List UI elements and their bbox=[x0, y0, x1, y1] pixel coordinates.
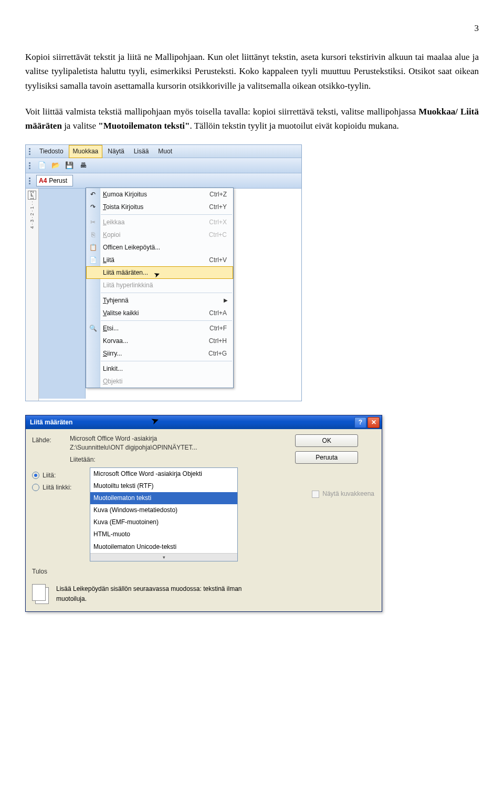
menu-item-shortcut: Ctrl+X bbox=[209, 217, 227, 227]
radio-paste-link-label: Liitä linkki: bbox=[43, 483, 71, 493]
cancel-button[interactable]: Peruuta bbox=[295, 451, 358, 464]
word-toolbar-2: A4 Perust bbox=[26, 173, 301, 189]
ok-button[interactable]: OK bbox=[295, 434, 358, 447]
format-option[interactable]: Kuva (Windows-metatiedosto) bbox=[90, 504, 237, 516]
toolbar-grip-icon bbox=[29, 162, 33, 169]
menu-item-icon: ✂ bbox=[88, 217, 98, 227]
menu-item-shortcut: Ctrl+V bbox=[209, 255, 227, 265]
save-icon[interactable]: 💾 bbox=[64, 160, 75, 171]
menu-muotoile[interactable]: Muot bbox=[154, 145, 176, 158]
menu-item-icon: ↷ bbox=[88, 202, 98, 212]
menu-item-label: Kumoa Kirjoitus bbox=[103, 190, 147, 200]
result-label: Tulos bbox=[32, 566, 70, 577]
radio-paste-label: Liitä: bbox=[43, 471, 56, 481]
menu-item-icon: 📋 bbox=[88, 243, 98, 253]
liitetaan-label: Liitetään: bbox=[70, 455, 197, 464]
dialog-title: Liitä määräten bbox=[30, 418, 72, 428]
menu-separator bbox=[101, 320, 232, 321]
paste-special-dialog: Liitä määräten ➤ ? ✕ OK Peruuta Näytä ku… bbox=[25, 415, 382, 612]
format-option[interactable]: Kuva (EMF-muotoinen) bbox=[90, 516, 237, 528]
radio-paste[interactable]: Liitä: bbox=[32, 471, 90, 481]
menu-item-shortcut: Ctrl+H bbox=[209, 336, 227, 346]
menu-item[interactable]: ↷Toista KirjoitusCtrl+Y bbox=[86, 201, 233, 213]
word-toolbar-1: 📄 📂 💾 🖶 bbox=[26, 158, 301, 173]
menu-item[interactable]: 📋Officen Leikepöytä... bbox=[86, 241, 233, 254]
menu-item-label: Kopioi bbox=[103, 230, 120, 240]
close-button[interactable]: ✕ bbox=[368, 417, 380, 428]
menu-item[interactable]: Korvaa...Ctrl+H bbox=[86, 335, 233, 347]
menu-item-icon: ⎘ bbox=[88, 230, 98, 240]
print-icon[interactable]: 🖶 bbox=[77, 160, 89, 171]
open-icon[interactable]: 📂 bbox=[50, 160, 61, 171]
menu-item: Objekti bbox=[86, 375, 233, 388]
format-option[interactable]: Muotoilematon Unicode-teksti bbox=[90, 541, 237, 553]
result-clipboard-icon bbox=[32, 584, 50, 605]
menu-nayta[interactable]: Näytä bbox=[103, 145, 128, 158]
menu-item-icon: 📄 bbox=[88, 255, 98, 265]
menu-item: ⎘KopioiCtrl+C bbox=[86, 228, 233, 241]
menu-item[interactable]: Linkit... bbox=[86, 362, 233, 375]
menu-item[interactable]: 🔍Etsi...Ctrl+F bbox=[86, 322, 233, 335]
source-info: Microsoft Office Word -asiakirja Z:\Suun… bbox=[70, 434, 197, 464]
word-window: Tiedosto Muokkaa Näytä Lisää Muot 📄 📂 💾 … bbox=[25, 144, 302, 401]
menu-item[interactable]: ↶Kumoa KirjoitusCtrl+Z bbox=[86, 188, 233, 201]
show-as-icon-checkbox: Näytä kuvakkeena bbox=[312, 489, 374, 499]
format-option[interactable]: Muotoiltu teksti (RTF) bbox=[90, 480, 237, 492]
format-option[interactable]: Microsoft Office Word -asiakirja Objekti bbox=[90, 468, 237, 480]
dialog-button-column: OK Peruuta Näytä kuvakkeena bbox=[295, 434, 374, 499]
new-doc-icon[interactable]: 📄 bbox=[36, 160, 48, 171]
menu-item-shortcut: Ctrl+F bbox=[209, 324, 227, 334]
menu-item[interactable]: Liitä määräten...➤ bbox=[86, 266, 233, 279]
paste-special-dialog-wrap: Liitä määräten ➤ ? ✕ OK Peruuta Näytä ku… bbox=[25, 415, 382, 612]
menu-item-shortcut: Ctrl+C bbox=[209, 230, 227, 240]
dialog-body: OK Peruuta Näytä kuvakkeena Lähde: Micro… bbox=[26, 429, 382, 611]
menu-separator bbox=[101, 361, 232, 361]
document-margin bbox=[39, 189, 86, 399]
p2-part-a: Voit liittää valmista tekstiä mallipohja… bbox=[25, 107, 418, 117]
menu-item[interactable]: 📄LiitäCtrl+V bbox=[86, 254, 233, 266]
menu-item-label: Objekti bbox=[103, 377, 122, 387]
menu-item[interactable]: Valitse kaikkiCtrl+A bbox=[86, 307, 233, 319]
menu-item-label: Liitä määräten... bbox=[103, 268, 148, 278]
menu-item-shortcut: Ctrl+A bbox=[209, 308, 227, 318]
menu-item-label: Toista Kirjoitus bbox=[103, 202, 143, 212]
menu-item[interactable]: Siirry...Ctrl+G bbox=[86, 347, 233, 360]
menu-item-label: Etsi... bbox=[103, 324, 119, 334]
menu-item-shortcut: Ctrl+Y bbox=[209, 202, 227, 212]
word-menubar: Tiedosto Muokkaa Näytä Lisää Muot bbox=[26, 145, 301, 158]
menu-item-label: Liitä bbox=[103, 255, 114, 265]
submenu-arrow-icon: ▶ bbox=[224, 296, 228, 305]
toolbar-grip-icon bbox=[29, 148, 33, 155]
menu-item[interactable]: Tyhjennä▶ bbox=[86, 294, 233, 307]
menu-item-label: Officen Leikepöytä... bbox=[103, 243, 160, 253]
toolbar-grip-icon bbox=[29, 178, 33, 184]
format-option[interactable]: Muotoilematon teksti bbox=[90, 492, 237, 504]
menu-muokkaa[interactable]: Muokkaa bbox=[69, 145, 103, 158]
radio-paste-link[interactable]: Liitä linkki: bbox=[32, 483, 90, 493]
style-prefix-icon: A4 bbox=[39, 176, 47, 186]
word-subrow: L 4 · 3 · 2 · 1 · · 1 · 2 ↶Kumoa Kirjoit… bbox=[26, 189, 301, 401]
source-label: Lähde: bbox=[32, 434, 70, 445]
menu-item-shortcut: Ctrl+G bbox=[208, 349, 227, 359]
body-paragraph-2: Voit liittää valmista tekstiä mallipohja… bbox=[25, 105, 479, 133]
menu-tiedosto[interactable]: Tiedosto bbox=[35, 145, 68, 158]
menu-item: Liitä hyperlinkkinä bbox=[86, 279, 233, 292]
help-button[interactable]: ? bbox=[354, 417, 366, 428]
style-selector[interactable]: A4 Perust bbox=[36, 175, 73, 186]
menu-item-label: Leikkaa bbox=[103, 217, 124, 227]
menu-item-label: Siirry... bbox=[103, 349, 122, 359]
format-option[interactable]: HTML-muoto bbox=[90, 528, 237, 540]
muokkaa-dropdown: ↶Kumoa KirjoitusCtrl+Z↷Toista KirjoitusC… bbox=[86, 188, 234, 388]
source-line1: Microsoft Office Word -asiakirja bbox=[70, 434, 197, 443]
menu-item: ✂LeikkaaCtrl+X bbox=[86, 216, 233, 228]
listbox-scroll-icon[interactable]: ▾ bbox=[90, 553, 237, 561]
menu-item-shortcut: Ctrl+Z bbox=[209, 190, 227, 200]
menu-item-icon: ↶ bbox=[88, 190, 98, 200]
menu-item-icon: 🔍 bbox=[88, 324, 98, 334]
menu-lisaa[interactable]: Lisää bbox=[130, 145, 153, 158]
dialog-titlebar: Liitä määräten ➤ ? ✕ bbox=[26, 415, 382, 429]
format-listbox[interactable]: Microsoft Office Word -asiakirja Objekti… bbox=[90, 467, 238, 561]
menu-item-label: Valitse kaikki bbox=[103, 308, 139, 318]
p2-bold-2: "Muotoilematon teksti" bbox=[98, 121, 190, 131]
body-paragraph-1: Kopioi siirrettävät tekstit ja liitä ne … bbox=[25, 50, 479, 93]
